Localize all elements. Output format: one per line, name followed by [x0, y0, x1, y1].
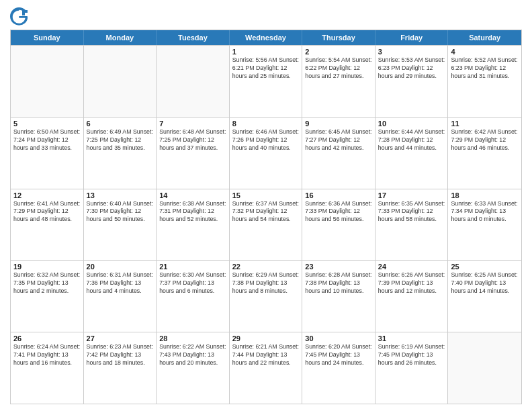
- day-info: Sunrise: 5:56 AM Sunset: 6:21 PM Dayligh…: [232, 56, 300, 81]
- day-info: Sunrise: 6:24 AM Sunset: 7:41 PM Dayligh…: [13, 343, 81, 367]
- day-number: 7: [159, 120, 226, 128]
- logo: [10, 7, 32, 26]
- day-cell-29: 29Sunrise: 6:21 AM Sunset: 7:44 PM Dayli…: [230, 332, 303, 404]
- day-info: Sunrise: 6:37 AM Sunset: 7:32 PM Dayligh…: [232, 200, 300, 224]
- svg-marker-0: [22, 10, 28, 15]
- header-day-thursday: Thursday: [302, 30, 375, 45]
- day-info: Sunrise: 6:26 AM Sunset: 7:39 PM Dayligh…: [378, 271, 445, 295]
- day-number: 14: [159, 191, 226, 199]
- calendar-body: 1Sunrise: 5:56 AM Sunset: 6:21 PM Daylig…: [11, 45, 521, 404]
- day-number: 16: [305, 191, 372, 199]
- day-cell-31: 31Sunrise: 6:19 AM Sunset: 7:45 PM Dayli…: [375, 332, 449, 404]
- day-info: Sunrise: 6:23 AM Sunset: 7:42 PM Dayligh…: [87, 343, 154, 367]
- week-row-5: 26Sunrise: 6:24 AM Sunset: 7:41 PM Dayli…: [11, 332, 521, 404]
- week-row-3: 12Sunrise: 6:41 AM Sunset: 7:29 PM Dayli…: [11, 189, 521, 261]
- day-number: 4: [451, 48, 519, 56]
- header-day-monday: Monday: [84, 30, 157, 45]
- day-number: 19: [13, 263, 81, 271]
- day-number: 12: [13, 191, 81, 199]
- day-cell-18: 18Sunrise: 6:33 AM Sunset: 7:34 PM Dayli…: [448, 189, 521, 261]
- day-number: 2: [305, 48, 372, 56]
- day-number: 9: [305, 120, 372, 128]
- day-cell-27: 27Sunrise: 6:23 AM Sunset: 7:42 PM Dayli…: [84, 332, 157, 404]
- day-cell-7: 7Sunrise: 6:48 AM Sunset: 7:25 PM Daylig…: [157, 118, 230, 189]
- day-cell-21: 21Sunrise: 6:30 AM Sunset: 7:37 PM Dayli…: [157, 261, 230, 332]
- day-cell-14: 14Sunrise: 6:38 AM Sunset: 7:31 PM Dayli…: [157, 189, 230, 261]
- day-info: Sunrise: 5:53 AM Sunset: 6:23 PM Dayligh…: [378, 56, 445, 81]
- day-cell-16: 16Sunrise: 6:36 AM Sunset: 7:33 PM Dayli…: [302, 189, 375, 261]
- day-cell-13: 13Sunrise: 6:40 AM Sunset: 7:30 PM Dayli…: [84, 189, 157, 261]
- day-info: Sunrise: 6:22 AM Sunset: 7:43 PM Dayligh…: [159, 343, 226, 367]
- day-number: 26: [13, 334, 81, 342]
- day-info: Sunrise: 6:19 AM Sunset: 7:45 PM Dayligh…: [378, 343, 445, 367]
- day-cell-5: 5Sunrise: 6:50 AM Sunset: 7:24 PM Daylig…: [11, 118, 84, 189]
- header-day-saturday: Saturday: [448, 30, 521, 45]
- day-number: 1: [232, 48, 300, 56]
- day-info: Sunrise: 6:50 AM Sunset: 7:24 PM Dayligh…: [13, 128, 81, 152]
- day-cell-26: 26Sunrise: 6:24 AM Sunset: 7:41 PM Dayli…: [11, 332, 84, 404]
- day-number: 10: [378, 120, 445, 128]
- empty-cell: [157, 46, 230, 117]
- day-number: 30: [305, 334, 372, 342]
- day-number: 28: [159, 334, 226, 342]
- day-cell-1: 1Sunrise: 5:56 AM Sunset: 6:21 PM Daylig…: [230, 46, 303, 117]
- day-info: Sunrise: 6:35 AM Sunset: 7:33 PM Dayligh…: [378, 200, 445, 224]
- day-info: Sunrise: 6:48 AM Sunset: 7:25 PM Dayligh…: [159, 128, 226, 152]
- day-info: Sunrise: 6:29 AM Sunset: 7:38 PM Dayligh…: [232, 271, 300, 295]
- day-info: Sunrise: 6:25 AM Sunset: 7:40 PM Dayligh…: [451, 271, 519, 295]
- day-number: 25: [451, 263, 519, 271]
- calendar: SundayMondayTuesdayWednesdayThursdayFrid…: [10, 30, 522, 404]
- day-info: Sunrise: 6:46 AM Sunset: 7:26 PM Dayligh…: [232, 128, 300, 152]
- day-cell-24: 24Sunrise: 6:26 AM Sunset: 7:39 PM Dayli…: [375, 261, 449, 332]
- day-number: 6: [87, 120, 154, 128]
- day-info: Sunrise: 6:45 AM Sunset: 7:27 PM Dayligh…: [305, 128, 372, 152]
- day-number: 21: [159, 263, 226, 271]
- day-info: Sunrise: 6:28 AM Sunset: 7:38 PM Dayligh…: [305, 271, 372, 295]
- day-cell-3: 3Sunrise: 5:53 AM Sunset: 6:23 PM Daylig…: [375, 46, 449, 117]
- day-number: 13: [87, 191, 154, 199]
- day-number: 20: [87, 263, 154, 271]
- day-number: 23: [305, 263, 372, 271]
- day-info: Sunrise: 5:54 AM Sunset: 6:22 PM Dayligh…: [305, 56, 372, 81]
- day-info: Sunrise: 6:36 AM Sunset: 7:33 PM Dayligh…: [305, 200, 372, 224]
- week-row-1: 1Sunrise: 5:56 AM Sunset: 6:21 PM Daylig…: [11, 45, 521, 117]
- header: [10, 7, 522, 26]
- week-row-2: 5Sunrise: 6:50 AM Sunset: 7:24 PM Daylig…: [11, 117, 521, 189]
- day-number: 3: [378, 48, 445, 56]
- day-cell-2: 2Sunrise: 5:54 AM Sunset: 6:22 PM Daylig…: [302, 46, 375, 117]
- day-number: 24: [378, 263, 445, 271]
- day-info: Sunrise: 6:20 AM Sunset: 7:45 PM Dayligh…: [305, 343, 372, 367]
- day-cell-6: 6Sunrise: 6:49 AM Sunset: 7:25 PM Daylig…: [84, 118, 157, 189]
- day-cell-8: 8Sunrise: 6:46 AM Sunset: 7:26 PM Daylig…: [230, 118, 303, 189]
- day-info: Sunrise: 6:30 AM Sunset: 7:37 PM Dayligh…: [159, 271, 226, 295]
- day-cell-23: 23Sunrise: 6:28 AM Sunset: 7:38 PM Dayli…: [302, 261, 375, 332]
- day-number: 31: [378, 334, 445, 342]
- day-number: 29: [232, 334, 300, 342]
- day-number: 18: [451, 191, 519, 199]
- day-number: 17: [378, 191, 445, 199]
- day-cell-10: 10Sunrise: 6:44 AM Sunset: 7:28 PM Dayli…: [375, 118, 449, 189]
- day-number: 27: [87, 334, 154, 342]
- empty-cell: [448, 332, 521, 404]
- day-info: Sunrise: 6:49 AM Sunset: 7:25 PM Dayligh…: [87, 128, 154, 152]
- empty-cell: [11, 46, 84, 117]
- day-info: Sunrise: 6:21 AM Sunset: 7:44 PM Dayligh…: [232, 343, 300, 367]
- header-day-wednesday: Wednesday: [230, 30, 303, 45]
- day-number: 11: [451, 120, 519, 128]
- day-info: Sunrise: 6:38 AM Sunset: 7:31 PM Dayligh…: [159, 200, 226, 224]
- day-cell-19: 19Sunrise: 6:32 AM Sunset: 7:35 PM Dayli…: [11, 261, 84, 332]
- day-info: Sunrise: 6:42 AM Sunset: 7:29 PM Dayligh…: [451, 128, 519, 152]
- empty-cell: [84, 46, 157, 117]
- calendar-header: SundayMondayTuesdayWednesdayThursdayFrid…: [11, 30, 521, 45]
- day-info: Sunrise: 6:41 AM Sunset: 7:29 PM Dayligh…: [13, 200, 81, 224]
- day-cell-9: 9Sunrise: 6:45 AM Sunset: 7:27 PM Daylig…: [302, 118, 375, 189]
- week-row-4: 19Sunrise: 6:32 AM Sunset: 7:35 PM Dayli…: [11, 260, 521, 332]
- day-cell-30: 30Sunrise: 6:20 AM Sunset: 7:45 PM Dayli…: [302, 332, 375, 404]
- header-day-sunday: Sunday: [11, 30, 84, 45]
- day-cell-4: 4Sunrise: 5:52 AM Sunset: 6:23 PM Daylig…: [448, 46, 521, 117]
- header-day-tuesday: Tuesday: [157, 30, 230, 45]
- day-number: 22: [232, 263, 300, 271]
- day-info: Sunrise: 6:31 AM Sunset: 7:36 PM Dayligh…: [87, 271, 154, 295]
- day-cell-28: 28Sunrise: 6:22 AM Sunset: 7:43 PM Dayli…: [157, 332, 230, 404]
- day-cell-15: 15Sunrise: 6:37 AM Sunset: 7:32 PM Dayli…: [230, 189, 303, 261]
